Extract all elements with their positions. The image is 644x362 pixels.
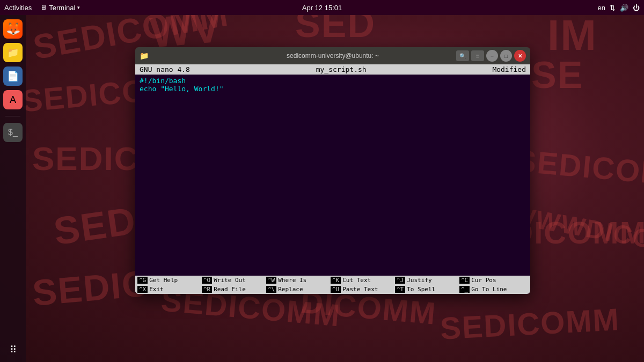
top-bar-left: Activities 🖥 Terminal ▾	[4, 4, 80, 12]
sidebar-item-terminal[interactable]: $_	[3, 123, 23, 142]
top-bar-right: en ⇅ 🔊 ⏻	[598, 4, 640, 12]
nano-filename: my_script.sh	[316, 65, 367, 73]
nano-shortcuts-row-1: ^GGet Help^OWrite Out^WWhere Is^KCut Tex…	[135, 276, 530, 285]
nano-label-3-1: Cut Text	[342, 277, 371, 284]
firefox-icon: 🦊	[6, 22, 20, 36]
top-bar: Activities 🖥 Terminal ▾ Apr 12 15:01 en …	[0, 0, 644, 15]
network-icon: ⇅	[610, 4, 616, 12]
nano-content[interactable]: #!/bin/bash echo "Hello, World!"	[135, 75, 530, 276]
titlebar-folder-icon: 📁	[140, 51, 149, 60]
nano-label-1-2: Read File	[214, 286, 246, 293]
nano-shortcut-4-b: ^TTo Spell	[393, 285, 457, 293]
top-bar-datetime: Apr 12 15:01	[302, 4, 342, 12]
nano-label-4-2: To Spell	[407, 286, 435, 293]
nano-shortcut-3: ^KCut Text	[328, 276, 393, 284]
titlebar-controls: 🔍 ≡ – □ ✕	[456, 50, 526, 62]
watermark-text: SEDICOMM	[439, 301, 620, 346]
nano-key-4-1: ^J	[395, 277, 405, 284]
nano-label-2-1: Where Is	[278, 277, 306, 284]
activities-button[interactable]: Activities	[4, 4, 32, 12]
nano-shortcuts-row-2: ^XExit^RRead File^\Replace^UPaste Text^T…	[135, 285, 530, 294]
nano-label-0-1: Get Help	[149, 277, 178, 284]
language-indicator[interactable]: en	[598, 4, 605, 12]
nano-shortcut-5: ^CCur Pos	[457, 276, 522, 284]
nano-key-5-1: ^C	[459, 277, 470, 284]
nano-shortcut-1: ^OWrite Out	[200, 276, 264, 284]
nano-label-4-1: Justify	[407, 277, 431, 284]
terminal-icon: 🖥	[40, 4, 47, 11]
nano-key-0-2: ^X	[137, 286, 148, 293]
menu-button[interactable]: ≡	[471, 50, 484, 61]
sidebar-item-writer[interactable]: 📄	[3, 67, 23, 86]
nano-key-1-1: ^O	[202, 277, 212, 284]
nano-shortcut-1-b: ^RRead File	[200, 285, 264, 293]
sidebar: 🦊 📁 📄 A $_ ⠿	[0, 15, 26, 362]
nano-label-2-2: Replace	[278, 286, 303, 293]
volume-icon: 🔊	[620, 4, 628, 12]
nano-version: GNU nano 4.8	[140, 65, 190, 73]
appstore-icon: A	[10, 94, 16, 106]
nano-shortcut-4: ^JJustify	[393, 276, 457, 284]
nano-label-5-2: Go To Line	[471, 286, 507, 293]
nano-line-1: #!/bin/bash	[140, 77, 526, 85]
nano-label-5-1: Cur Pos	[471, 277, 496, 284]
nano-key-3-2: ^U	[331, 286, 341, 293]
nano-shortcut-0-b: ^XExit	[135, 285, 200, 293]
sidebar-item-firefox[interactable]: 🦊	[3, 19, 23, 39]
files-icon: 📁	[7, 47, 19, 58]
terminal-icon: $_	[8, 128, 18, 137]
power-icon: ⏻	[633, 4, 640, 12]
nano-shortcut-5-b: ^_Go To Line	[457, 285, 522, 293]
nano-footer: ^GGet Help^OWrite Out^WWhere Is^KCut Tex…	[135, 276, 530, 294]
nano-label-1-1: Write Out	[214, 277, 246, 284]
nano-header: GNU nano 4.8 my_script.sh Modified	[135, 64, 530, 75]
nano-key-4-2: ^T	[395, 286, 405, 293]
watermark-text: SE	[531, 54, 583, 97]
nano-line-2: echo "Hello, World!"	[140, 85, 526, 93]
nano-key-0-1: ^G	[137, 277, 148, 284]
nano-status: Modified	[492, 65, 526, 73]
search-button[interactable]: 🔍	[456, 50, 469, 61]
nano-key-2-2: ^\	[266, 286, 276, 293]
titlebar-title: sedicomm-university@ubuntu: ~	[287, 52, 379, 60]
nano-key-2-1: ^W	[266, 277, 276, 284]
terminal-menu[interactable]: 🖥 Terminal ▾	[40, 4, 80, 12]
titlebar-left: 📁	[140, 51, 149, 60]
chevron-down-icon: ▾	[77, 5, 80, 10]
nano-shortcut-2-b: ^\Replace	[264, 285, 328, 293]
minimize-button[interactable]: –	[486, 50, 498, 62]
nano-shortcut-0: ^GGet Help	[135, 276, 200, 284]
nano-label-0-2: Exit	[149, 286, 164, 293]
sidebar-divider	[5, 116, 20, 116]
maximize-button[interactable]: □	[500, 50, 512, 62]
watermark-text: SED	[51, 198, 139, 254]
sidebar-item-appstore[interactable]: A	[3, 90, 23, 109]
watermark-text: SEDICOMM	[514, 143, 644, 194]
close-button[interactable]: ✕	[514, 50, 526, 62]
show-apps-button[interactable]: ⠿	[10, 344, 17, 356]
terminal-window: 📁 sedicomm-university@ubuntu: ~ 🔍 ≡ – □ …	[135, 47, 530, 294]
sidebar-item-files[interactable]: 📁	[3, 43, 23, 62]
nano-shortcut-3-b: ^UPaste Text	[328, 285, 393, 293]
writer-icon: 📄	[7, 70, 19, 82]
nano-editor[interactable]: GNU nano 4.8 my_script.sh Modified #!/bi…	[135, 64, 530, 294]
watermark-text: IM	[547, 11, 597, 60]
nano-label-3-2: Paste Text	[342, 286, 378, 293]
nano-key-3-1: ^K	[331, 277, 341, 284]
nano-shortcut-2: ^WWhere Is	[264, 276, 328, 284]
terminal-titlebar: 📁 sedicomm-university@ubuntu: ~ 🔍 ≡ – □ …	[135, 47, 530, 64]
nano-key-1-2: ^R	[202, 286, 212, 293]
nano-key-5-2: ^_	[459, 286, 470, 293]
